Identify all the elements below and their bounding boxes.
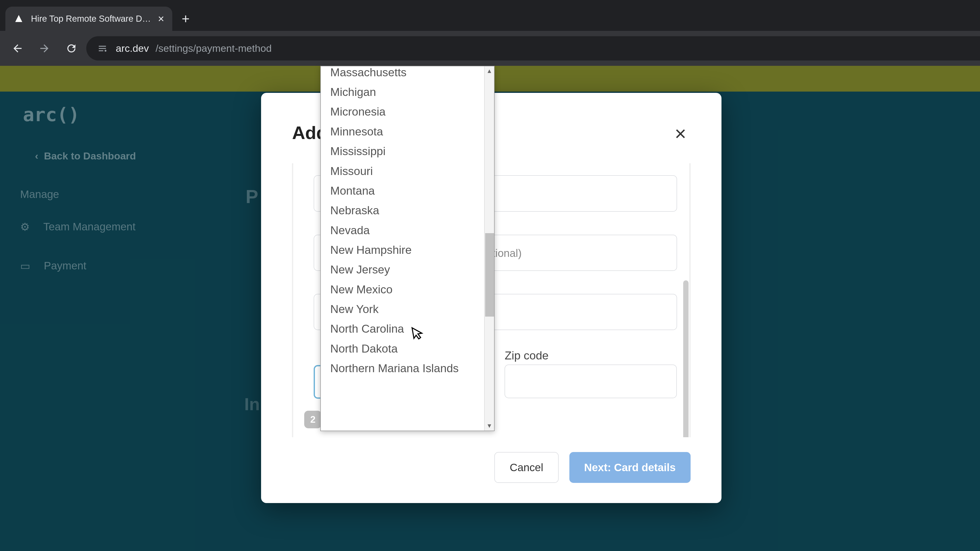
svg-point-0 <box>105 50 107 52</box>
dropdown-scrollbar[interactable]: ▲ ▼ <box>484 66 494 430</box>
zip-input[interactable] <box>504 365 677 398</box>
state-option[interactable]: Montana <box>321 181 485 200</box>
url-bar[interactable]: arc.dev/settings/payment-method <box>86 36 980 60</box>
state-option[interactable]: Nebraska <box>321 200 485 220</box>
site-settings-icon[interactable] <box>95 41 109 55</box>
state-option[interactable]: Mississippi <box>321 141 485 161</box>
new-tab-button[interactable]: + <box>172 6 199 31</box>
state-dropdown-list: MassachusettsMichiganMicronesiaMinnesota… <box>321 66 485 378</box>
state-option[interactable]: Micronesia <box>321 102 485 121</box>
cancel-button[interactable]: Cancel <box>494 452 558 483</box>
app-logo: arc() <box>23 103 80 125</box>
state-dropdown[interactable]: MassachusettsMichiganMicronesiaMinnesota… <box>320 66 495 431</box>
form-scrollbar[interactable] <box>682 163 689 437</box>
browser-chrome: Hire Top Remote Software Deve × + — ▢ ✕ … <box>0 0 980 66</box>
state-option[interactable]: New Jersey <box>321 260 485 279</box>
back-to-dashboard-button[interactable]: ‹ Back to Dashboard <box>1 143 197 169</box>
state-option[interactable]: North Carolina <box>321 319 485 338</box>
step-badge-2: 2 <box>304 411 322 428</box>
reload-button[interactable] <box>59 36 83 60</box>
close-icon <box>674 127 687 141</box>
tab-close-icon[interactable]: × <box>158 13 164 25</box>
state-option[interactable]: New Hampshire <box>321 240 485 260</box>
page-section-peek: In <box>244 394 260 414</box>
card-icon: ▭ <box>20 260 30 272</box>
tab-strip: Hire Top Remote Software Deve × + — ▢ ✕ <box>0 0 980 31</box>
url-domain: arc.dev <box>116 43 149 54</box>
sidebar-heading-manage: Manage <box>20 188 59 200</box>
browser-tab[interactable]: Hire Top Remote Software Deve × <box>5 6 172 31</box>
tab-title: Hire Top Remote Software Deve <box>31 14 151 24</box>
zip-label: Zip code <box>504 349 677 362</box>
state-option[interactable]: Minnesota <box>321 122 485 141</box>
scroll-down-icon[interactable]: ▼ <box>485 421 494 430</box>
people-icon: ⚙ <box>20 221 30 233</box>
scroll-up-icon[interactable]: ▲ <box>485 66 494 76</box>
forward-nav-button[interactable] <box>32 36 57 60</box>
sidebar-item-team-management[interactable]: ⚙Team Management <box>20 221 135 233</box>
url-path: /settings/payment-method <box>156 43 272 54</box>
state-option[interactable]: Michigan <box>321 82 485 102</box>
state-option[interactable]: Nevada <box>321 220 485 240</box>
state-option[interactable]: New Mexico <box>321 279 485 299</box>
state-option[interactable]: New York <box>321 299 485 319</box>
state-option[interactable]: Missouri <box>321 161 485 181</box>
state-option[interactable]: North Dakota <box>321 338 485 358</box>
state-option[interactable]: Northern Mariana Islands <box>321 359 485 378</box>
next-card-details-button[interactable]: Next: Card details <box>570 452 690 483</box>
tab-favicon-icon <box>14 14 24 24</box>
modal-close-button[interactable] <box>670 124 690 144</box>
address-bar: arc.dev/settings/payment-method | Incogn… <box>0 31 980 66</box>
state-option[interactable]: Massachusetts <box>321 66 485 82</box>
back-nav-button[interactable] <box>5 36 30 60</box>
sidebar-item-payment[interactable]: ▭Payment <box>20 260 86 272</box>
page-title-peek: P <box>246 186 258 207</box>
